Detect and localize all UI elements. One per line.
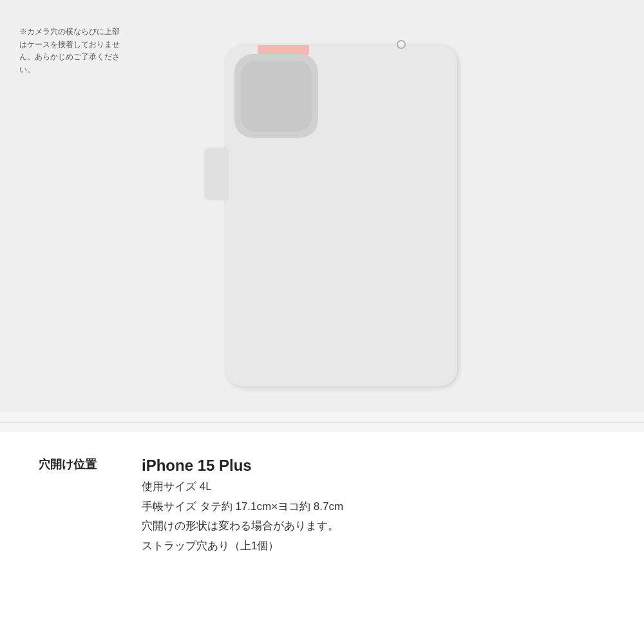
- case-body: [225, 45, 457, 386]
- section-divider: [0, 422, 644, 422]
- info-table: 穴開け位置 iPhone 15 Plus 使用サイズ 4L 手帳サイズ タテ約 …: [39, 451, 605, 561]
- strap-note: ストラップ穴あり（上1個）: [142, 536, 605, 556]
- info-label: 穴開け位置: [39, 457, 142, 472]
- device-name: iPhone 15 Plus: [142, 457, 605, 475]
- camera-area: [234, 54, 318, 138]
- shape-note: 穴開けの形状は変わる場合があります。: [142, 516, 605, 536]
- camera-note-text: ※カメラ穴の横ならびに上部はケースを接着しておりません。あらかじめご了承ください…: [19, 28, 120, 73]
- info-row-main: 穴開け位置 iPhone 15 Plus 使用サイズ 4L 手帳サイズ タテ約 …: [39, 451, 605, 561]
- info-section: 穴開け位置 iPhone 15 Plus 使用サイズ 4L 手帳サイズ タテ約 …: [0, 432, 644, 644]
- info-content: iPhone 15 Plus 使用サイズ 4L 手帳サイズ タテ約 17.1cm…: [142, 457, 605, 556]
- camera-inner: [241, 61, 312, 131]
- case-illustration: ※カメラ穴の横ならびに上部はケースを接着しておりません。あらかじめご了承ください…: [0, 0, 644, 412]
- dimensions: 手帳サイズ タテ約 17.1cm×ヨコ約 8.7cm: [142, 497, 605, 517]
- camera-note: ※カメラ穴の横ならびに上部はケースを接着しておりません。あらかじめご了承ください…: [19, 26, 122, 76]
- side-tab: [206, 148, 229, 200]
- strap-hole: [397, 40, 406, 49]
- size-label: 使用サイズ 4L: [142, 477, 605, 497]
- page-container: ※カメラ穴の横ならびに上部はケースを接着しておりません。あらかじめご了承ください…: [0, 0, 644, 644]
